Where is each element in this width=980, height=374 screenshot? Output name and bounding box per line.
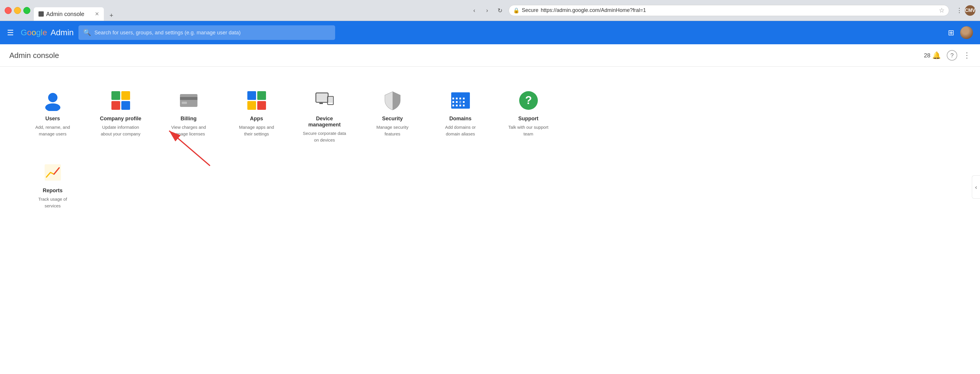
svg-text:■ ■ ■ ■: ■ ■ ■ ■ [452,104,465,107]
browser-right: ⋮ CMV [956,5,975,16]
main-grid: Users Add, rename, and manage users Comp… [0,67,980,233]
apps-grid-icon[interactable]: ⊞ [948,28,955,37]
card-domains[interactable]: ■ ■ ■ ■ ■ ■ @ ■ ■ ■ ■ ■ Domains Add doma… [433,83,487,144]
users-title: Users [45,116,60,122]
reload-button[interactable]: ↻ [495,5,505,16]
svg-rect-10 [257,91,266,100]
avatar-image [960,26,973,39]
address-bar[interactable]: 🔒 Secure https://admin.google.com/AdminH… [509,5,949,16]
support-icon: ? [518,90,539,111]
reports-title: Reports [43,188,62,194]
url-display: https://admin.google.com/AdminHome?fral=… [541,7,646,13]
card-apps[interactable]: Apps Manage apps and their settings [229,83,283,144]
card-support[interactable]: ? Support Talk with our support team [501,83,555,144]
reports-icon [42,162,63,183]
maximize-button[interactable] [23,7,30,14]
svg-rect-17 [320,103,323,104]
card-users[interactable]: Users Add, rename, and manage users [25,83,80,144]
svg-rect-14 [317,94,328,101]
browser-chrome: Admin console ✕ + ‹ › ↻ 🔒 Secure https:/… [0,0,980,21]
tab-favicon [38,11,44,17]
app-header: ☰ Google Admin 🔍 Search for users, group… [0,21,980,44]
svg-rect-9 [247,91,256,100]
svg-point-0 [48,93,57,102]
users-desc: Add, rename, and manage users [30,124,75,137]
svg-rect-8 [182,101,187,104]
card-reports[interactable]: Reports Track usage of services [25,155,80,216]
sub-header-right: 28 🔔 ? ⋮ [924,50,970,60]
support-desc: Talk with our support team [506,124,550,137]
svg-rect-12 [257,101,266,110]
svg-text:■ ■ ■ ■: ■ ■ ■ ■ [452,97,465,100]
domains-icon: ■ ■ ■ ■ ■ ■ @ ■ ■ ■ ■ ■ [450,90,471,111]
notification-count: 28 [924,52,931,59]
page-title: Admin console [10,51,59,60]
company-profile-icon [110,90,131,111]
forward-button[interactable]: › [482,5,492,16]
header-right: ⊞ [948,26,973,39]
svg-rect-24 [45,164,61,181]
domains-title: Domains [449,116,471,122]
cards-wrapper: Users Add, rename, and manage users Comp… [0,67,980,233]
device-management-icon [314,90,335,111]
support-title: Support [518,116,538,122]
card-billing[interactable]: Billing View charges and manage licenses [162,83,216,144]
billing-desc: View charges and manage licenses [166,124,211,137]
nav-controls: ‹ › ↻ [469,5,505,16]
svg-rect-7 [180,97,197,100]
svg-rect-4 [111,101,120,110]
security-desc: Manage security features [370,124,415,137]
extensions-icon[interactable]: ⋮ [956,7,963,14]
page-content: Users Add, rename, and manage users Comp… [0,67,980,374]
search-icon: 🔍 [83,29,91,36]
device-management-desc: Secure corporate data on devices [302,130,347,143]
apps-desc: Manage apps and their settings [234,124,279,137]
svg-text:?: ? [525,94,532,106]
back-button[interactable]: ‹ [469,5,479,16]
cards-row-2: Reports Track usage of services [19,153,966,219]
apps-icon [246,90,267,111]
close-button[interactable] [5,7,12,14]
help-icon[interactable]: ? [947,50,957,60]
svg-rect-2 [111,91,120,100]
card-device-management[interactable]: Device management Secure corporate data … [298,83,352,150]
billing-icon [178,90,199,111]
logo-area: Google Admin [21,28,74,37]
search-placeholder: Search for users, groups, and settings (… [94,30,240,36]
notification-badge[interactable]: 28 🔔 [924,51,941,59]
svg-text:■ ■ @ ■: ■ ■ @ ■ [452,100,465,103]
security-icon [382,90,403,111]
sidebar-collapse-button[interactable]: ‹ [972,175,980,199]
billing-title: Billing [181,116,197,122]
sub-header: Admin console 28 🔔 ? ⋮ [0,44,980,67]
minimize-button[interactable] [14,7,21,14]
tab-title: Admin console [46,11,84,17]
hamburger-menu-icon[interactable]: ☰ [7,28,14,37]
reports-desc: Track usage of services [30,196,75,209]
security-title: Security [382,116,403,122]
tab-close-icon[interactable]: ✕ [95,11,99,17]
browser-user-avatar[interactable]: CMV [965,5,975,16]
active-tab[interactable]: Admin console ✕ [34,7,104,21]
device-management-title: Device management [302,116,347,128]
user-avatar[interactable] [960,26,973,39]
bookmark-icon[interactable]: ☆ [939,7,945,14]
domains-desc: Add domains or domain aliases [438,124,483,137]
more-options-icon[interactable]: ⋮ [963,51,970,60]
company-profile-desc: Update information about your company [98,124,143,137]
apps-title: Apps [250,116,263,122]
company-profile-title: Company profile [100,116,141,122]
svg-rect-5 [121,101,130,110]
secure-icon: 🔒 [513,7,519,14]
card-security[interactable]: Security Manage security features [366,83,419,144]
search-bar[interactable]: 🔍 Search for users, groups, and settings… [78,25,335,40]
google-logo: Google [21,28,47,37]
bell-icon: 🔔 [932,51,941,59]
tab-bar: Admin console ✕ + [34,0,466,21]
new-tab-button[interactable]: + [106,10,117,21]
svg-rect-11 [247,101,256,110]
users-icon [42,90,63,111]
traffic-lights [5,7,30,14]
card-company-profile[interactable]: Company profile Update information about… [94,83,148,144]
svg-rect-6 [180,94,197,107]
